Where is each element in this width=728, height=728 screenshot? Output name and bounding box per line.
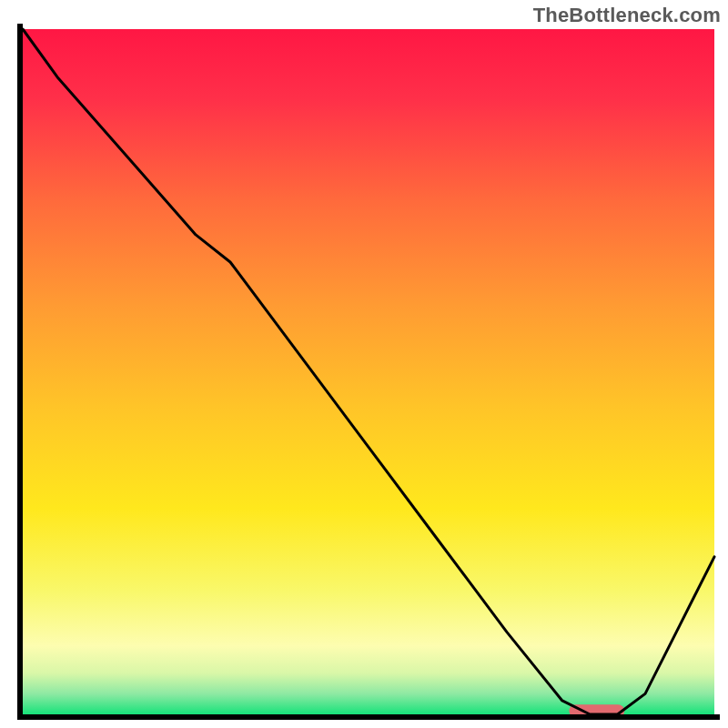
x-axis (17, 714, 720, 720)
gradient-background (23, 29, 714, 714)
plot-svg (0, 0, 728, 728)
bottleneck-chart: TheBottleneck.com (0, 0, 728, 728)
watermark-text: TheBottleneck.com (533, 4, 721, 27)
y-axis (17, 24, 23, 720)
